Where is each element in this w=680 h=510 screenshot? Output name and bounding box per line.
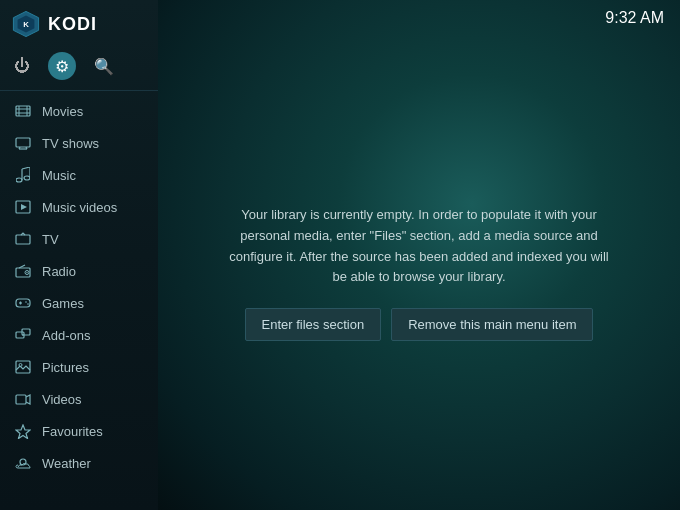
- svg-point-22: [26, 272, 27, 273]
- svg-marker-34: [16, 425, 30, 439]
- tv-label: TV: [42, 232, 59, 247]
- add-ons-label: Add-ons: [42, 328, 90, 343]
- svg-line-16: [22, 167, 30, 169]
- search-icon[interactable]: 🔍: [94, 57, 114, 76]
- tv-shows-icon: [14, 134, 32, 152]
- tv-shows-label: TV shows: [42, 136, 99, 151]
- music-videos-label: Music videos: [42, 200, 117, 215]
- app-title: KODI: [48, 14, 97, 35]
- power-icon[interactable]: ⏻: [14, 57, 30, 75]
- favourites-icon: [14, 422, 32, 440]
- add-ons-icon: [14, 326, 32, 344]
- movies-label: Movies: [42, 104, 83, 119]
- music-label: Music: [42, 168, 76, 183]
- svg-rect-20: [16, 268, 30, 277]
- pictures-label: Pictures: [42, 360, 89, 375]
- sidebar-item-movies[interactable]: Movies: [0, 95, 158, 127]
- movies-icon: [14, 102, 32, 120]
- radio-icon: [14, 262, 32, 280]
- svg-point-27: [27, 303, 29, 305]
- sidebar-item-favourites[interactable]: Favourites: [0, 415, 158, 447]
- svg-rect-8: [16, 138, 30, 147]
- sidebar-item-videos[interactable]: Videos: [0, 383, 158, 415]
- topbar: 9:32 AM: [158, 0, 680, 36]
- videos-label: Videos: [42, 392, 82, 407]
- sidebar-controls: ⏻ ⚙ 🔍: [0, 48, 158, 90]
- settings-icon[interactable]: ⚙: [48, 52, 76, 80]
- sidebar-item-games[interactable]: Games: [0, 287, 158, 319]
- sidebar-item-music-videos[interactable]: Music videos: [0, 191, 158, 223]
- svg-point-12: [16, 178, 22, 182]
- radio-label: Radio: [42, 264, 76, 279]
- svg-rect-33: [16, 395, 26, 404]
- app-header: K KODI: [0, 0, 158, 48]
- enter-files-button[interactable]: Enter files section: [245, 308, 382, 341]
- sidebar-item-pictures[interactable]: Pictures: [0, 351, 158, 383]
- svg-rect-19: [16, 235, 30, 244]
- svg-text:K: K: [23, 20, 29, 29]
- pictures-icon: [14, 358, 32, 376]
- sidebar: K KODI ⏻ ⚙ 🔍 Movies TV shows Music Music…: [0, 0, 158, 510]
- games-icon: [14, 294, 32, 312]
- remove-menu-item-button[interactable]: Remove this main menu item: [391, 308, 593, 341]
- svg-point-13: [24, 176, 30, 180]
- svg-marker-18: [21, 204, 27, 210]
- weather-icon: [14, 454, 32, 472]
- svg-point-26: [25, 301, 27, 303]
- kodi-logo-icon: K: [12, 10, 40, 38]
- videos-icon: [14, 390, 32, 408]
- tv-icon: [14, 230, 32, 248]
- sidebar-item-tv[interactable]: TV: [0, 223, 158, 255]
- music-videos-icon: [14, 198, 32, 216]
- sidebar-item-add-ons[interactable]: Add-ons: [0, 319, 158, 351]
- sidebar-item-radio[interactable]: Radio: [0, 255, 158, 287]
- sidebar-item-weather[interactable]: Weather: [0, 447, 158, 479]
- music-icon: [14, 166, 32, 184]
- clock-display: 9:32 AM: [605, 9, 664, 27]
- sidebar-divider: [0, 90, 158, 91]
- empty-library-message: Your library is currently empty. In orde…: [229, 205, 609, 288]
- svg-rect-3: [16, 106, 30, 116]
- main-content: Your library is currently empty. In orde…: [158, 36, 680, 510]
- favourites-label: Favourites: [42, 424, 103, 439]
- action-buttons: Enter files section Remove this main men…: [229, 308, 609, 341]
- svg-rect-23: [16, 299, 30, 307]
- empty-library-box: Your library is currently empty. In orde…: [209, 185, 629, 361]
- games-label: Games: [42, 296, 84, 311]
- sidebar-item-tv-shows[interactable]: TV shows: [0, 127, 158, 159]
- weather-label: Weather: [42, 456, 91, 471]
- svg-rect-31: [16, 361, 30, 373]
- sidebar-item-music[interactable]: Music: [0, 159, 158, 191]
